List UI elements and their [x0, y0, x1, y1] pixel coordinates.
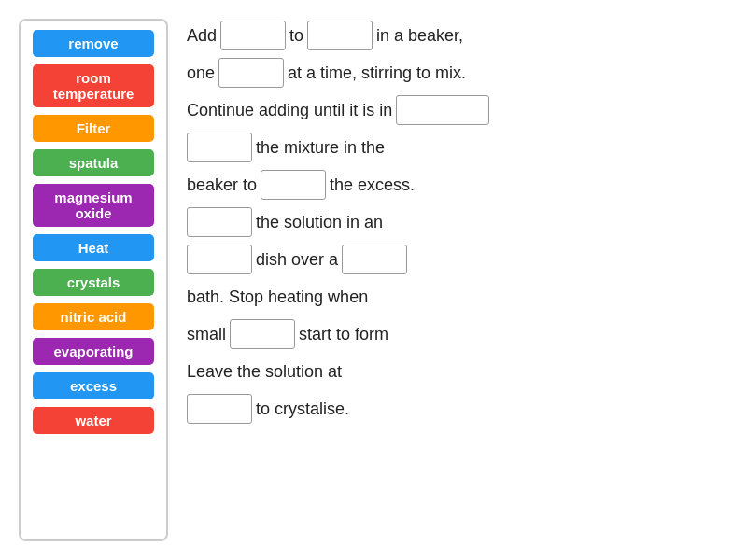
text-one: one — [187, 56, 215, 90]
blank-5[interactable] — [187, 133, 252, 162]
blank-9[interactable] — [342, 245, 407, 274]
blank-11[interactable] — [187, 394, 252, 424]
text-the-excess: the excess. — [330, 168, 415, 202]
word-btn-0[interactable]: remove — [33, 30, 154, 57]
line-4: the mixture in the — [187, 131, 728, 164]
line-5: beaker to the excess. — [187, 168, 728, 202]
text-add: Add — [187, 19, 217, 52]
blank-1[interactable] — [220, 21, 286, 50]
line-3: Continue adding until it is in — [187, 93, 728, 127]
text-solution: the solution in an — [256, 205, 383, 239]
text-bath: bath. Stop heating when — [187, 280, 368, 314]
text-leave: Leave the solution at — [187, 355, 342, 388]
blank-4[interactable] — [396, 95, 489, 125]
word-btn-2[interactable]: Filter — [33, 115, 154, 142]
blank-6[interactable] — [261, 170, 326, 200]
line-2: one at a time, stirring to mix. — [187, 56, 728, 90]
line-1: Add to in a beaker, — [187, 19, 728, 52]
word-btn-7[interactable]: nitric acid — [33, 303, 154, 330]
text-mixture: the mixture in the — [256, 131, 385, 164]
word-btn-6[interactable]: crystals — [33, 269, 154, 296]
line-9: small start to form — [187, 317, 728, 351]
word-btn-8[interactable]: evaporating — [33, 338, 154, 365]
text-at-a-time: at a time, stirring to mix. — [288, 56, 466, 90]
line-7: dish over a — [187, 243, 728, 276]
blank-3[interactable] — [218, 58, 284, 88]
text-crystalise: to crystalise. — [256, 392, 349, 426]
word-btn-5[interactable]: Heat — [33, 234, 154, 261]
text-in-a-beaker: in a beaker, — [376, 19, 463, 52]
word-btn-4[interactable]: magnesium oxide — [33, 184, 154, 227]
blank-2[interactable] — [307, 21, 373, 50]
word-bank: removeroom temperatureFilterspatulamagne… — [19, 19, 168, 541]
word-btn-1[interactable]: room temperature — [33, 64, 154, 107]
word-btn-3[interactable]: spatula — [33, 149, 154, 176]
text-to: to — [289, 19, 303, 52]
line-6: the solution in an — [187, 205, 728, 239]
blank-7[interactable] — [187, 207, 252, 237]
text-content: Add to in a beaker, one at a time, stirr… — [187, 19, 728, 541]
word-btn-9[interactable]: excess — [33, 372, 154, 399]
line-10: Leave the solution at — [187, 355, 728, 388]
line-8: bath. Stop heating when — [187, 280, 728, 314]
line-11: to crystalise. — [187, 392, 728, 426]
text-beaker-to: beaker to — [187, 168, 257, 202]
text-dish-over: dish over a — [256, 243, 338, 276]
word-btn-10[interactable]: water — [33, 407, 154, 434]
text-small: small — [187, 317, 226, 351]
text-start: start to form — [299, 317, 388, 351]
blank-10[interactable] — [230, 319, 295, 349]
blank-8[interactable] — [187, 245, 252, 274]
text-continue: Continue adding until it is in — [187, 93, 392, 127]
